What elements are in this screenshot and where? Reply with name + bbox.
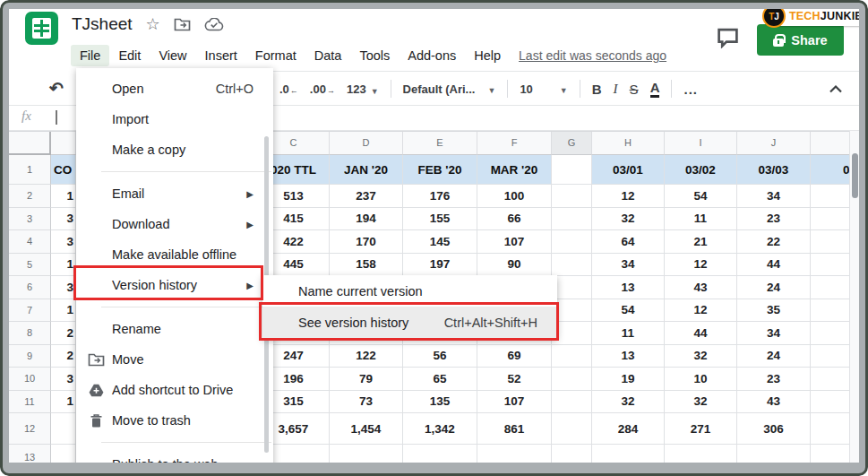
cell-row4[interactable]: 21	[665, 230, 737, 254]
sheet-vertical-scrollbar[interactable]	[849, 131, 859, 463]
header-cell-row1[interactable]	[552, 155, 592, 185]
file-menu-item-version-history[interactable]: Version history▶	[76, 270, 273, 300]
cell-row11[interactable]: 32	[665, 391, 737, 414]
star-icon[interactable]: ☆	[146, 16, 160, 32]
bold-button[interactable]: B	[592, 82, 602, 97]
google-sheets-logo-icon[interactable]	[25, 12, 58, 45]
column-header-h[interactable]: H	[592, 132, 665, 155]
cell-row11[interactable]: 43	[737, 391, 811, 414]
cell-row7[interactable]: 54	[592, 299, 665, 323]
scrollbar-thumb[interactable]	[852, 153, 858, 198]
collapse-toolbar-button[interactable]	[829, 81, 843, 97]
cell-row7[interactable]: 35	[737, 299, 811, 323]
cell-row13[interactable]	[665, 445, 737, 463]
cell-row10[interactable]: 65	[403, 368, 477, 391]
cell-row11[interactable]: 135	[403, 391, 477, 414]
header-cell-row1[interactable]: MAR '20	[477, 155, 552, 185]
cell-row7[interactable]	[552, 299, 592, 323]
column-header-g[interactable]: G	[552, 132, 592, 155]
cell-row5[interactable]	[552, 254, 592, 277]
cell-row11[interactable]: 32	[592, 391, 665, 414]
share-button[interactable]: Share	[757, 24, 844, 56]
italic-button[interactable]: I	[614, 82, 618, 97]
cell-row12[interactable]	[51, 413, 76, 445]
strikethrough-button[interactable]: S	[630, 82, 639, 97]
file-menu-item-publish-to-the-web[interactable]: Publish to the web	[76, 449, 273, 476]
file-menu-item-rename[interactable]: Rename	[76, 314, 273, 344]
cell-row3[interactable]: 3	[51, 208, 76, 231]
cell-row10[interactable]	[552, 368, 592, 391]
cell-row11[interactable]	[552, 391, 592, 414]
menubar-item-data[interactable]: Data	[305, 45, 351, 66]
cell-row3[interactable]	[552, 208, 592, 231]
cell-row4[interactable]: 145	[403, 230, 477, 254]
cell-row11[interactable]: 1	[51, 391, 76, 414]
cell-row13[interactable]	[51, 445, 76, 463]
formula-input[interactable]	[56, 110, 57, 125]
cell-row4[interactable]: 170	[330, 230, 403, 254]
cell-row2[interactable]: 1	[51, 185, 76, 208]
cell-row7[interactable]: 12	[665, 299, 737, 323]
cell-row12[interactable]: 306	[737, 413, 811, 445]
header-cell-row1[interactable]: 03/02	[665, 155, 737, 185]
cell-row13[interactable]	[737, 445, 811, 463]
cell-row5[interactable]: 197	[403, 254, 477, 277]
file-menu-item-open[interactable]: OpenCtrl+O	[76, 74, 273, 104]
cell-row10[interactable]: 79	[330, 368, 403, 391]
comment-icon[interactable]	[717, 28, 739, 52]
cell-row10[interactable]: 23	[737, 368, 811, 391]
cell-row11[interactable]: 73	[330, 391, 403, 414]
file-menu-item-add-shortcut-to-drive[interactable]: Add shortcut to Drive	[76, 375, 273, 405]
text-color-button[interactable]: A	[650, 81, 660, 98]
cell-row5[interactable]: 90	[477, 254, 552, 277]
row-header-10[interactable]: 10	[9, 368, 51, 391]
cell-row10[interactable]: 52	[477, 368, 552, 391]
file-menu-item-move[interactable]: Move	[76, 344, 273, 375]
more-options-button[interactable]: ...	[683, 82, 698, 97]
row-header-2[interactable]: 2	[9, 185, 51, 208]
cell-row10[interactable]: 10	[665, 368, 737, 391]
cell-row6[interactable]: 13	[592, 276, 665, 299]
submenu-item-see-version-history[interactable]: See version historyCtrl+Alt+Shift+H	[262, 307, 557, 338]
header-cell-row1[interactable]: 03/03	[737, 155, 811, 185]
header-cell-row1[interactable]: FEB '20	[403, 155, 477, 185]
cell-row12[interactable]	[552, 413, 592, 445]
cell-row9[interactable]: 24	[737, 345, 811, 368]
row-header-3[interactable]: 3	[9, 208, 51, 231]
cell-row13[interactable]	[330, 445, 403, 463]
font-family-select[interactable]: Default (Ari...▼	[403, 82, 496, 96]
cell-row9[interactable]: 122	[330, 345, 403, 368]
cell-row8[interactable]: 11	[592, 322, 665, 345]
undo-icon[interactable]: ↶	[49, 78, 64, 99]
row-header-9[interactable]: 9	[9, 345, 51, 368]
menubar-item-file[interactable]: File	[71, 45, 109, 66]
menubar-item-view[interactable]: View	[150, 45, 195, 66]
cell-row6[interactable]	[552, 276, 592, 299]
file-menu-item-import[interactable]: Import	[76, 104, 273, 134]
cell-row12[interactable]: 861	[477, 413, 552, 445]
cell-row9[interactable]: 56	[403, 345, 477, 368]
row-header-1[interactable]: 1	[9, 155, 51, 185]
cell-row5[interactable]: 12	[665, 254, 737, 277]
cell-row2[interactable]: 12	[592, 185, 665, 208]
cell-row3[interactable]: 194	[330, 208, 403, 231]
cell-row13[interactable]	[552, 445, 592, 463]
cell-row8[interactable]: 44	[665, 322, 737, 345]
column-header-j[interactable]: J	[737, 132, 811, 155]
cell-row8[interactable]	[552, 322, 592, 345]
file-menu-item-download[interactable]: Download▶	[76, 209, 273, 239]
column-header-d[interactable]: D	[330, 132, 403, 155]
cell-row12[interactable]: 1,342	[403, 413, 477, 445]
header-cell-row1[interactable]: JAN '20	[330, 155, 403, 185]
number-format-button[interactable]: 123▼	[347, 82, 379, 96]
cell-row12[interactable]: 284	[592, 413, 665, 445]
cell-row9[interactable]: 69	[477, 345, 552, 368]
row-header-13[interactable]: 13	[9, 445, 51, 463]
cell-row9[interactable]: 32	[665, 345, 737, 368]
cell-row9[interactable]: 13	[592, 345, 665, 368]
menubar-item-tools[interactable]: Tools	[350, 45, 399, 66]
cell-row2[interactable]: 237	[330, 185, 403, 208]
cell-row10[interactable]: 3	[51, 368, 76, 391]
row-header-6[interactable]: 6	[9, 276, 51, 299]
header-cell-row1[interactable]: 03/01	[592, 155, 665, 185]
